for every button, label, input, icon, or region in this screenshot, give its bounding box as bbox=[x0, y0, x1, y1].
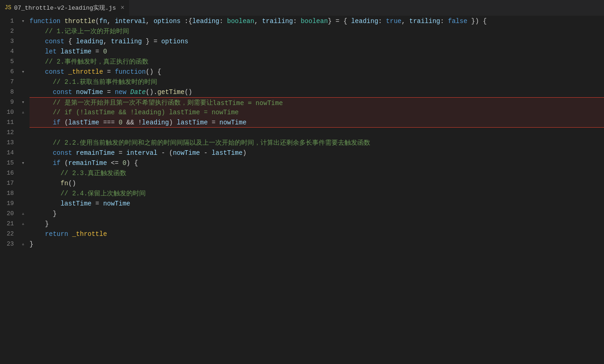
gutter-4 bbox=[18, 47, 28, 57]
code-line-20: } bbox=[30, 209, 604, 219]
code-line-4: let lastTime = 0 bbox=[30, 47, 604, 57]
code-line-6: const _throttle = function() { bbox=[30, 67, 604, 77]
line-num-10: 10 bbox=[0, 107, 18, 117]
gutter-19 bbox=[18, 199, 28, 209]
gutter-11 bbox=[18, 117, 28, 128]
fold-9[interactable]: ▾ bbox=[18, 97, 28, 107]
line-num-6: 6 bbox=[0, 67, 18, 77]
tab-bar: JS 07_throttle-v2-leading实现.js × bbox=[0, 0, 604, 16]
line-num-11: 11 bbox=[0, 117, 18, 128]
code-line-21: } bbox=[30, 219, 604, 229]
code-line-18: // 2.4.保留上次触发的时间 bbox=[30, 188, 604, 199]
code-line-23: } bbox=[30, 239, 604, 249]
gutter-12 bbox=[18, 128, 28, 138]
line-num-17: 17 bbox=[0, 178, 18, 188]
code-line-22: return _throttle bbox=[30, 229, 604, 239]
code-line-1: function throttle(fn, interval, options … bbox=[30, 16, 604, 26]
line-num-23: 23 bbox=[0, 239, 18, 249]
line-num-22: 22 bbox=[0, 229, 18, 239]
line-num-18: 18 bbox=[0, 188, 18, 199]
code-line-2: // 1.记录上一次的开始时间 bbox=[30, 26, 604, 36]
fold-10[interactable]: ▵ bbox=[18, 107, 28, 117]
fold-15[interactable]: ▾ bbox=[18, 158, 28, 168]
line-num-20: 20 bbox=[0, 209, 18, 219]
line-num-9: 9 bbox=[0, 97, 18, 107]
gutter-17 bbox=[18, 178, 28, 188]
code-line-9: // 是第一次开始并且第一次不希望执行函数，则需要让lastTime = now… bbox=[30, 97, 604, 107]
code-content[interactable]: function throttle(fn, interval, options … bbox=[28, 16, 604, 364]
line-num-15: 15 bbox=[0, 158, 18, 168]
fold-20[interactable]: ▵ bbox=[18, 209, 28, 219]
fold-23[interactable]: ▵ bbox=[18, 239, 28, 249]
code-line-11: if (lastTime === 0 && !leading) lastTime… bbox=[30, 117, 604, 128]
line-numbers: 1 2 3 4 5 6 7 8 9 10 11 12 13 14 15 16 1… bbox=[0, 16, 18, 364]
line-num-16: 16 bbox=[0, 168, 18, 178]
line-num-3: 3 bbox=[0, 36, 18, 47]
tab-js-icon: JS bbox=[5, 5, 11, 11]
fold-6[interactable]: ▾ bbox=[18, 67, 28, 77]
code-line-3: const { leading, trailing } = options bbox=[30, 36, 604, 47]
gutter: ▾ ▾ ▾ ▵ ▾ ▵ ▵ ▵ bbox=[18, 16, 28, 364]
code-line-17: fn() bbox=[30, 178, 604, 188]
gutter-8 bbox=[18, 87, 28, 97]
gutter-3 bbox=[18, 36, 28, 47]
code-line-14: const remainTime = interval - (nowTime -… bbox=[30, 148, 604, 158]
gutter-22 bbox=[18, 229, 28, 239]
code-line-5: // 2.事件触发时，真正执行的函数 bbox=[30, 57, 604, 67]
editor-area: 1 2 3 4 5 6 7 8 9 10 11 12 13 14 15 16 1… bbox=[0, 16, 604, 364]
code-line-19: lastTime = nowTime bbox=[30, 199, 604, 209]
code-line-16: // 2.3.真正触发函数 bbox=[30, 168, 604, 178]
code-line-7: // 2.1.获取当前事件触发时的时间 bbox=[30, 77, 604, 87]
gutter-14 bbox=[18, 148, 28, 158]
line-num-7: 7 bbox=[0, 77, 18, 87]
gutter-16 bbox=[18, 168, 28, 178]
fold-21[interactable]: ▵ bbox=[18, 219, 28, 229]
code-line-12 bbox=[30, 128, 604, 138]
code-line-13: // 2.2.使用当前触发的时间和之前的时间间隔以及上一次开始的时间，计算出还剩… bbox=[30, 138, 604, 148]
tab-close-button[interactable]: × bbox=[120, 4, 124, 12]
code-line-8: const nowTime = new Date().getTime() bbox=[30, 87, 604, 97]
line-num-8: 8 bbox=[0, 87, 18, 97]
tab-label: 07_throttle-v2-leading实现.js bbox=[14, 4, 116, 12]
gutter-7 bbox=[18, 77, 28, 87]
line-num-2: 2 bbox=[0, 26, 18, 36]
line-num-5: 5 bbox=[0, 57, 18, 67]
gutter-5 bbox=[18, 57, 28, 67]
code-line-15: if (remainTime <= 0) { bbox=[30, 158, 604, 168]
line-num-12: 12 bbox=[0, 128, 18, 138]
line-num-14: 14 bbox=[0, 148, 18, 158]
line-num-19: 19 bbox=[0, 199, 18, 209]
fold-1[interactable]: ▾ bbox=[18, 16, 28, 26]
line-num-13: 13 bbox=[0, 138, 18, 148]
gutter-18 bbox=[18, 188, 28, 199]
line-num-1: 1 bbox=[0, 16, 18, 26]
line-num-4: 4 bbox=[0, 47, 18, 57]
file-tab[interactable]: JS 07_throttle-v2-leading实现.js × bbox=[0, 0, 130, 16]
gutter-2 bbox=[18, 26, 28, 36]
gutter-13 bbox=[18, 138, 28, 148]
line-num-21: 21 bbox=[0, 219, 18, 229]
code-line-10: // if (!lastTime && !leading) lastTime =… bbox=[30, 107, 604, 117]
